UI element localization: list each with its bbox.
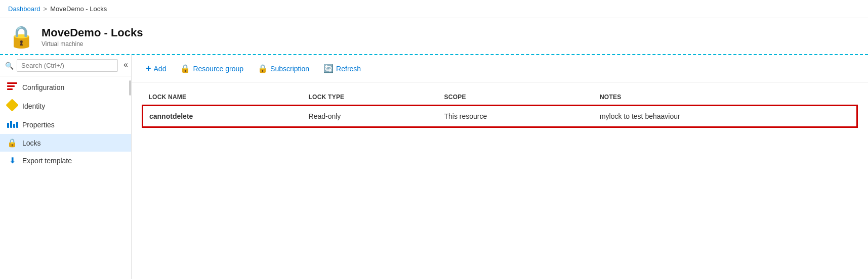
sidebar-item-label-locks: Locks [22, 139, 41, 147]
sidebar-item-locks[interactable]: 🔒 Locks [0, 134, 131, 152]
configuration-icon [7, 82, 17, 92]
sidebar: 🔍 « Configuration Identity [0, 55, 132, 279]
breadcrumb-current: MoveDemo - Locks [50, 5, 107, 13]
search-input[interactable] [17, 59, 118, 72]
sidebar-item-label-identity: Identity [22, 102, 45, 110]
subscription-lock-icon: 🔒 [258, 64, 268, 73]
locks-table: LOCK NAME LOCK TYPE SCOPE NOTES cannotde… [142, 90, 858, 128]
cell-lock-name: cannotdelete [143, 106, 303, 127]
content-body: LOCK NAME LOCK TYPE SCOPE NOTES cannotde… [132, 82, 868, 279]
content-area: + Add 🔒 Resource group 🔒 Subscription 🔄 … [132, 55, 868, 279]
sidebar-item-label-export-template: Export template [22, 157, 72, 165]
sidebar-search-container: 🔍 « [0, 55, 131, 76]
page-header: 🔒 MoveDemo - Locks Virtual machine [0, 18, 868, 55]
breadcrumb-dashboard-link[interactable]: Dashboard [8, 5, 40, 13]
locks-icon: 🔒 [7, 138, 17, 148]
col-lock-type: LOCK TYPE [303, 90, 438, 106]
col-scope: SCOPE [438, 90, 593, 106]
sidebar-scrollbar[interactable] [129, 80, 131, 96]
collapse-button[interactable]: « [123, 60, 128, 69]
breadcrumb-separator: > [44, 5, 48, 13]
resource-group-lock-icon: 🔒 [180, 64, 190, 73]
subscription-label: Subscription [270, 65, 309, 73]
cell-scope: This resource [438, 106, 593, 127]
page-title: MoveDemo - Locks [42, 26, 143, 39]
sidebar-item-identity[interactable]: Identity [0, 97, 131, 116]
search-icon: 🔍 [5, 62, 14, 70]
add-icon: + [146, 63, 151, 74]
table-header: LOCK NAME LOCK TYPE SCOPE NOTES [143, 90, 857, 106]
subscription-button[interactable]: 🔒 Subscription [252, 61, 315, 76]
refresh-button[interactable]: 🔄 Refresh [317, 61, 367, 76]
sidebar-item-label-configuration: Configuration [22, 83, 64, 91]
sidebar-item-label-properties: Properties [22, 121, 55, 129]
cell-lock-type: Read-only [303, 106, 438, 127]
col-notes: NOTES [594, 90, 857, 106]
add-label: Add [154, 65, 167, 73]
resource-group-button[interactable]: 🔒 Resource group [174, 61, 250, 76]
resource-group-label: Resource group [193, 65, 243, 73]
identity-icon [7, 101, 17, 112]
cell-notes: mylock to test behaaviour [594, 106, 857, 127]
refresh-icon: 🔄 [323, 64, 334, 73]
page-subtitle: Virtual machine [42, 40, 84, 48]
table-header-row: LOCK NAME LOCK TYPE SCOPE NOTES [143, 90, 857, 106]
table-body: cannotdelete Read-only This resource myl… [143, 106, 857, 127]
page-header-lock-icon: 🔒 [8, 24, 34, 49]
sidebar-nav: Configuration Identity [0, 76, 131, 279]
properties-icon [7, 120, 17, 130]
table-row[interactable]: cannotdelete Read-only This resource myl… [143, 106, 857, 127]
sidebar-item-properties[interactable]: Properties [0, 116, 131, 134]
breadcrumb: Dashboard > MoveDemo - Locks [0, 0, 868, 18]
sidebar-item-export-template[interactable]: ⬇ Export template [0, 152, 131, 169]
sidebar-item-configuration[interactable]: Configuration [0, 78, 131, 97]
col-lock-name: LOCK NAME [143, 90, 303, 106]
export-icon: ⬇ [7, 156, 17, 165]
refresh-label: Refresh [336, 65, 361, 73]
main-layout: 🔍 « Configuration Identity [0, 55, 868, 279]
add-button[interactable]: + Add [140, 60, 172, 77]
content-toolbar: + Add 🔒 Resource group 🔒 Subscription 🔄 … [132, 55, 868, 82]
